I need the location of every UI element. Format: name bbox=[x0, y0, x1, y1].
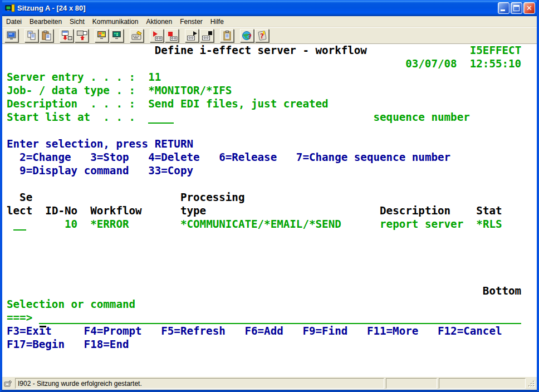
help-button[interactable]: ? bbox=[255, 29, 269, 42]
receive-file-button[interactable] bbox=[75, 29, 89, 42]
menu-item-hilfe[interactable]: Hilfe bbox=[207, 17, 228, 27]
maximize-icon bbox=[513, 5, 520, 11]
terminal-text: Job- / data type . : bbox=[7, 84, 135, 97]
keyboard-setup-button[interactable] bbox=[130, 29, 144, 42]
window-title: Sitzung A - [24 x 80] bbox=[17, 4, 498, 12]
stop-macro-button[interactable] bbox=[165, 29, 179, 42]
keyboard-setup-icon bbox=[131, 30, 143, 41]
receive-file-icon bbox=[76, 30, 87, 41]
terminal-row: Job- / data type . : *MONITOR/*IFS bbox=[7, 84, 537, 97]
input-field[interactable] bbox=[148, 111, 174, 124]
terminal-row: Selection or command bbox=[7, 298, 537, 311]
terminal-text: Se bbox=[19, 191, 32, 204]
terminal-row bbox=[7, 351, 537, 365]
display-setup-icon bbox=[96, 30, 107, 41]
application-window: Sitzung A - [24 x 80] ✕ DateiBearbeitenS… bbox=[0, 0, 539, 392]
terminal-text: report server bbox=[380, 218, 463, 231]
menu-bar: DateiBearbeitenSichtKommunikationAktione… bbox=[2, 16, 537, 27]
terminal-text: Define i-effect server - workflow bbox=[155, 44, 367, 57]
clipboard-button[interactable] bbox=[220, 29, 234, 42]
toolbar-group bbox=[185, 29, 214, 42]
close-button[interactable]: ✕ bbox=[523, 2, 535, 14]
terminal-text: *ERROR bbox=[90, 218, 129, 231]
terminal-row: 2=Change 3=Stop 4=Delete 6=Release 7=Cha… bbox=[7, 151, 537, 164]
svg-text:?: ? bbox=[248, 33, 252, 41]
play-macro-icon bbox=[187, 30, 198, 41]
terminal-row: lect ID-No Workflow type Description Sta… bbox=[7, 204, 537, 218]
send-file-button[interactable] bbox=[60, 29, 74, 42]
terminal-text: Bottom bbox=[483, 285, 521, 297]
help-icon: ? bbox=[257, 30, 268, 41]
application-icon[interactable] bbox=[5, 3, 15, 13]
resize-grip[interactable] bbox=[527, 378, 536, 389]
terminal-text: 03/07/08 12:55:10 bbox=[405, 57, 521, 70]
terminal-row: Enter selection, press RETURN bbox=[7, 138, 537, 151]
toolbar-group bbox=[130, 29, 144, 42]
terminal-row bbox=[7, 271, 537, 285]
terminal-text: ID-No bbox=[45, 204, 77, 217]
stop-macro-icon bbox=[166, 30, 178, 41]
web-help-button[interactable]: ? bbox=[240, 29, 254, 42]
menu-item-aktionen[interactable]: Aktionen bbox=[142, 17, 176, 27]
terminal-text: Enter selection, press RETURN bbox=[7, 138, 193, 150]
toolbar-group bbox=[220, 29, 234, 42]
menu-item-kommunikation[interactable]: Kommunikation bbox=[89, 17, 143, 27]
minimize-icon bbox=[501, 9, 505, 11]
input-field[interactable] bbox=[13, 218, 26, 231]
terminal-row: Description . . . : Send EDI files, just… bbox=[7, 97, 537, 111]
text-cursor bbox=[40, 326, 46, 327]
terminal-text: 2=Change 3=Stop 4=Delete 6=Release 7=Cha… bbox=[19, 151, 450, 164]
terminal-text: 9=Display command 33=Copy bbox=[19, 164, 193, 177]
terminal-row: Start list at . . . sequence number bbox=[7, 111, 537, 124]
terminal-text: Workflow bbox=[90, 204, 141, 217]
terminal-row: 9=Display command 33=Copy bbox=[7, 164, 537, 178]
status-message: I902 - Sitzung wurde erfolgreich gestart… bbox=[18, 380, 142, 388]
input-field[interactable] bbox=[39, 311, 521, 324]
play-macro-button[interactable] bbox=[185, 29, 199, 42]
send-file-icon bbox=[61, 30, 72, 41]
session-status-icon bbox=[3, 379, 13, 389]
terminal-screen[interactable]: Define i-effect server - workflow I5EFFE… bbox=[2, 44, 537, 376]
terminal-text: 10 bbox=[65, 218, 77, 231]
menu-item-sicht[interactable]: Sicht bbox=[66, 17, 89, 27]
terminal-text: 11 bbox=[148, 71, 161, 84]
terminal-text: Start list at . . . bbox=[7, 111, 135, 124]
terminal-row bbox=[7, 231, 537, 244]
terminal-row: Define i-effect server - workflow I5EFFE… bbox=[7, 44, 537, 57]
display-setup-button[interactable] bbox=[95, 29, 109, 42]
terminal-text: Stat bbox=[476, 204, 502, 217]
maximize-button[interactable] bbox=[511, 2, 522, 14]
menu-item-fenster[interactable]: Fenster bbox=[176, 17, 207, 27]
svg-text:?: ? bbox=[260, 32, 264, 40]
record-macro-button[interactable] bbox=[150, 29, 164, 42]
terminal-row bbox=[7, 258, 537, 271]
paste-icon bbox=[41, 30, 52, 41]
color-setup-button[interactable] bbox=[110, 29, 124, 42]
terminal-row: Bottom bbox=[7, 285, 537, 298]
close-icon: ✕ bbox=[524, 3, 535, 13]
color-setup-icon bbox=[111, 30, 122, 41]
toolbar-group: ?? bbox=[240, 29, 269, 42]
status-message-panel: I902 - Sitzung wurde erfolgreich gestart… bbox=[15, 378, 384, 389]
pause-macro-button[interactable] bbox=[200, 29, 214, 42]
terminal-row bbox=[7, 178, 537, 191]
terminal-text: I5EFFECT bbox=[470, 44, 521, 57]
terminal-text: Description bbox=[380, 204, 450, 217]
terminal-text: *COMMUNICATE/*EMAIL/*SEND bbox=[180, 218, 341, 231]
menu-item-bearbeiten[interactable]: Bearbeiten bbox=[26, 17, 66, 27]
session-window-button[interactable] bbox=[4, 29, 18, 42]
clipboard-icon bbox=[222, 30, 233, 41]
terminal-row: F17=Begin F18=End bbox=[7, 338, 537, 351]
toolbar-group bbox=[150, 29, 179, 42]
toolbar-group bbox=[4, 29, 18, 42]
copy-button[interactable] bbox=[24, 29, 38, 42]
minimize-button[interactable] bbox=[498, 2, 509, 14]
terminal-row: 10 *ERROR *COMMUNICATE/*EMAIL/*SEND repo… bbox=[7, 218, 537, 231]
copy-icon bbox=[26, 30, 37, 41]
terminal-text: type bbox=[180, 204, 206, 217]
paste-button[interactable] bbox=[40, 29, 53, 42]
status-panel-3 bbox=[439, 378, 526, 389]
terminal-text: Server entry . . . : bbox=[7, 71, 135, 84]
pause-macro-icon bbox=[202, 30, 213, 41]
menu-item-datei[interactable]: Datei bbox=[2, 17, 26, 27]
